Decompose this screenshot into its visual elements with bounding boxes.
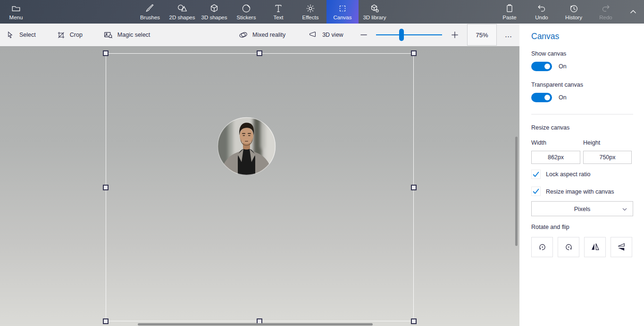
redo-button[interactable]: Redo (590, 0, 622, 24)
toggle-knob (544, 95, 550, 100)
units-dropdown[interactable]: Pixels (531, 201, 633, 216)
resize-handle-bottom-right[interactable] (411, 318, 417, 324)
rotate-left-icon (537, 242, 547, 252)
3d-view-button[interactable]: 3D view (308, 24, 343, 46)
tool-text[interactable]: Text (262, 0, 294, 24)
resize-image-label: Resize image with canvas (546, 188, 614, 195)
zoom-out-button[interactable] (357, 24, 371, 46)
tool-label: Stickers (237, 15, 256, 20)
lock-aspect-checkbox[interactable] (531, 170, 541, 179)
canvas-selection-bounds[interactable] (106, 53, 414, 321)
tool-label: 3D shapes (201, 15, 227, 20)
resize-handle-top-center[interactable] (257, 50, 262, 56)
action-label: Paste (502, 15, 516, 20)
3d-shapes-icon (209, 3, 219, 14)
zoom-slider-thumb[interactable] (399, 29, 404, 41)
paste-icon (504, 3, 515, 14)
tool-label: Effects (302, 15, 319, 20)
collapse-ribbon-button[interactable] (624, 0, 643, 24)
toggle-knob (544, 64, 550, 69)
canvas-vertical-scrollbar[interactable] (515, 137, 518, 246)
action-label: Redo (599, 15, 612, 20)
canvas-icon (337, 3, 348, 14)
menu-button[interactable]: Menu (0, 0, 32, 24)
rotate-flip-label: Rotate and flip (531, 224, 569, 230)
resize-image-checkbox[interactable] (531, 187, 541, 196)
canvas-horizontal-scrollbar[interactable] (138, 323, 373, 326)
checkmark-icon (532, 170, 540, 179)
3d-view-label: 3D view (322, 32, 343, 38)
select-label: Select (19, 32, 36, 38)
tool-brushes[interactable]: Brushes (134, 0, 166, 24)
resize-handle-middle-right[interactable] (411, 185, 417, 190)
checkmark-icon (532, 187, 540, 196)
zoom-in-button[interactable] (448, 24, 462, 46)
3d-library-icon (369, 3, 380, 14)
effects-icon (305, 3, 316, 14)
rotate-right-button[interactable] (558, 237, 579, 257)
tool-label: Brushes (140, 15, 160, 20)
height-input[interactable] (583, 151, 632, 164)
zoom-level-value[interactable]: 75% (467, 24, 497, 46)
view-tools-group: Mixed reality 3D view (238, 24, 343, 46)
actions-group: Paste Undo History Redo (493, 0, 622, 24)
width-label: Width (531, 139, 546, 146)
portrait-photo[interactable] (217, 117, 276, 176)
panel-divider (531, 114, 633, 114)
flip-vertical-icon (617, 242, 627, 252)
select-button[interactable]: Select (6, 24, 36, 46)
secondary-toolbar: Select Crop Magic select Mixed reality (0, 24, 519, 46)
rotate-left-button[interactable] (531, 237, 553, 257)
select-cursor-icon (6, 31, 15, 40)
tool-canvas[interactable]: Canvas (326, 0, 359, 24)
resize-handle-bottom-left[interactable] (103, 318, 109, 324)
tool-3d-library[interactable]: 3D library (359, 0, 391, 24)
width-input[interactable] (531, 151, 580, 164)
mixed-reality-label: Mixed reality (252, 32, 285, 38)
plus-icon (450, 30, 460, 40)
tool-label: 2D shapes (169, 15, 195, 20)
redo-icon (601, 3, 611, 14)
tool-3d-shapes[interactable]: 3D shapes (198, 0, 230, 24)
mixed-reality-button[interactable]: Mixed reality (238, 24, 285, 46)
menu-icon (11, 3, 21, 14)
resize-handle-top-left[interactable] (103, 50, 109, 56)
resize-canvas-label: Resize canvas (531, 124, 569, 131)
magic-select-button[interactable]: Magic select (103, 24, 150, 46)
history-button[interactable]: History (558, 0, 590, 24)
canvas-work-area[interactable] (0, 46, 519, 326)
canvas-settings-panel: Canvas Show canvas On Transparent canvas… (519, 24, 644, 326)
mixed-reality-icon (238, 30, 248, 40)
zoom-slider-track[interactable] (376, 34, 442, 35)
more-options-button[interactable]: … (498, 24, 519, 46)
transparent-canvas-toggle[interactable] (531, 93, 552, 102)
brush-icon (145, 3, 155, 14)
flip-vertical-button[interactable] (611, 237, 632, 257)
zoom-slider[interactable] (376, 24, 442, 46)
chevron-down-icon (621, 205, 628, 213)
tool-label: 3D library (363, 15, 386, 20)
zoom-percent-text: 75% (476, 32, 488, 39)
undo-icon (536, 3, 547, 14)
panel-title: Canvas (531, 32, 559, 41)
tool-2d-shapes[interactable]: 2D shapes (166, 0, 198, 24)
action-label: Undo (535, 15, 548, 20)
undo-button[interactable]: Undo (526, 0, 558, 24)
resize-handle-middle-left[interactable] (103, 185, 109, 190)
show-canvas-state: On (559, 63, 567, 70)
resize-handle-top-right[interactable] (411, 50, 417, 56)
paste-button[interactable]: Paste (493, 0, 526, 24)
tool-stickers[interactable]: Stickers (230, 0, 262, 24)
flip-horizontal-button[interactable] (584, 237, 606, 257)
history-icon (569, 3, 579, 14)
crop-button[interactable]: Crop (57, 24, 83, 46)
magic-select-icon (103, 30, 113, 40)
stickers-icon (241, 3, 251, 14)
tool-effects[interactable]: Effects (294, 0, 326, 24)
show-canvas-toggle[interactable] (531, 62, 552, 71)
rotate-right-icon (564, 242, 574, 252)
chevron-up-icon (628, 7, 638, 17)
ellipsis-icon: … (505, 31, 513, 39)
magic-select-label: Magic select (117, 32, 150, 38)
2d-shapes-icon (177, 3, 187, 14)
